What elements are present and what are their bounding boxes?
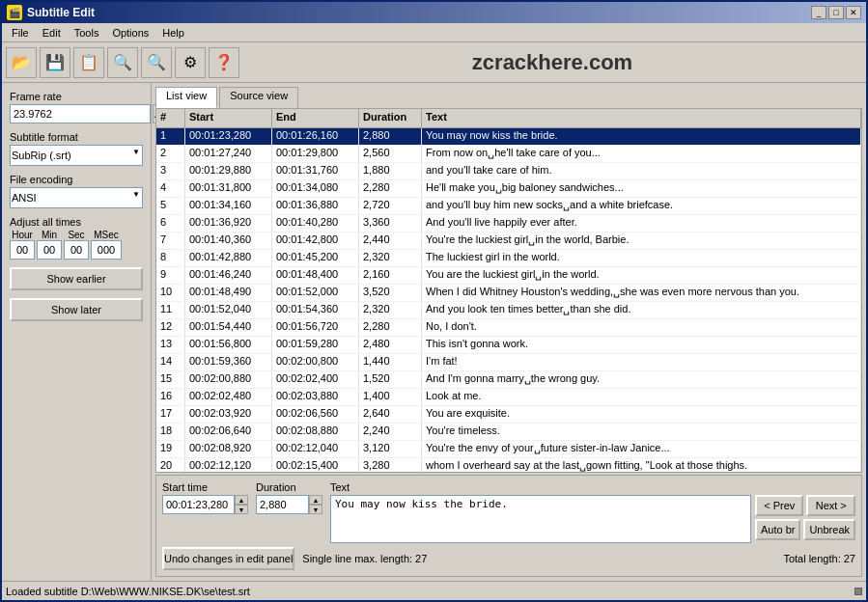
toolbar-save-button[interactable]: 💾 bbox=[40, 47, 70, 78]
cell-end: 00:01:42,800 bbox=[272, 233, 359, 249]
cell-num: 8 bbox=[156, 250, 185, 266]
cell-end: 00:02:15,400 bbox=[272, 458, 359, 472]
table-row[interactable]: 19 00:02:08,920 00:02:12,040 3,120 You'r… bbox=[156, 441, 861, 458]
duration-group: Duration ▲ ▼ bbox=[256, 481, 322, 514]
subtitle-format-wrapper: SubRip (.srt) bbox=[10, 145, 143, 166]
table-row[interactable]: 3 00:01:29,880 00:01:31,760 1,880 and yo… bbox=[156, 163, 861, 180]
file-encoding-wrapper: ANSI bbox=[10, 187, 143, 208]
toolbar-search2-button[interactable]: 🔍 bbox=[141, 47, 172, 78]
menu-file[interactable]: File bbox=[6, 25, 35, 41]
table-row[interactable]: 1 00:01:23,280 00:01:26,160 2,880 You ma… bbox=[156, 128, 861, 146]
cell-text: The luckiest girl in the world. bbox=[422, 250, 861, 266]
cell-start: 00:02:08,920 bbox=[185, 441, 272, 457]
menu-options[interactable]: Options bbox=[106, 25, 154, 41]
hour-input[interactable] bbox=[10, 240, 35, 260]
cell-end: 00:02:03,880 bbox=[272, 389, 359, 405]
col-header-end: End bbox=[272, 109, 359, 127]
show-later-button[interactable]: Show later bbox=[10, 298, 143, 321]
toolbar-settings-button[interactable]: ⚙ bbox=[175, 47, 206, 78]
toolbar-help-button[interactable]: ❓ bbox=[209, 47, 239, 78]
table-row[interactable]: 16 00:02:02,480 00:02:03,880 1,400 Look … bbox=[156, 389, 861, 406]
file-encoding-group: File encoding ANSI bbox=[10, 174, 143, 208]
min-input[interactable] bbox=[37, 240, 62, 260]
duration-up-button[interactable]: ▲ bbox=[309, 495, 322, 505]
file-encoding-select[interactable]: ANSI bbox=[10, 187, 143, 208]
cell-start: 00:01:34,160 bbox=[185, 198, 272, 214]
table-row[interactable]: 7 00:01:40,360 00:01:42,800 2,440 You're… bbox=[156, 233, 861, 250]
tab-list-view[interactable]: List view bbox=[155, 87, 217, 108]
right-panel: List view Source view # Start End Durati… bbox=[152, 83, 866, 581]
table-row[interactable]: 17 00:02:03,920 00:02:06,560 2,640 You a… bbox=[156, 406, 861, 424]
toolbar-title: zcrackhere.com bbox=[242, 50, 862, 75]
maximize-button[interactable]: □ bbox=[828, 6, 844, 19]
table-row[interactable]: 5 00:01:34,160 00:01:36,880 2,720 and yo… bbox=[156, 198, 861, 215]
table-row[interactable]: 12 00:01:54,440 00:01:56,720 2,280 No, I… bbox=[156, 319, 861, 337]
cell-duration: 2,720 bbox=[359, 198, 422, 214]
cell-duration: 3,360 bbox=[359, 215, 422, 232]
edit-action-buttons: < Prev Next > Auto br Unbreak bbox=[755, 495, 855, 543]
cell-text: and you'll buy him new socks␣and a white… bbox=[422, 198, 861, 214]
cell-num: 15 bbox=[156, 371, 185, 388]
sec-col: Sec bbox=[64, 230, 89, 260]
table-row[interactable]: 14 00:01:59,360 00:02:00,800 1,440 I'm f… bbox=[156, 354, 861, 371]
cell-duration: 1,520 bbox=[359, 371, 422, 388]
total-length-info: Total length: 27 bbox=[783, 553, 855, 564]
start-time-input[interactable] bbox=[162, 495, 235, 514]
sec-input[interactable] bbox=[64, 240, 89, 260]
cell-num: 12 bbox=[156, 319, 185, 336]
msec-input[interactable] bbox=[91, 240, 122, 260]
duration-input[interactable] bbox=[256, 495, 309, 514]
cell-duration: 1,400 bbox=[359, 389, 422, 405]
text-input[interactable] bbox=[330, 495, 751, 543]
table-row[interactable]: 10 00:01:48,490 00:01:52,000 3,520 When … bbox=[156, 285, 861, 302]
table-row[interactable]: 15 00:02:00,880 00:02:02,400 1,520 And I… bbox=[156, 371, 861, 389]
cell-text: He'll make you␣big baloney sandwiches... bbox=[422, 180, 861, 197]
table-row[interactable]: 20 00:02:12,120 00:02:15,400 3,280 whom … bbox=[156, 458, 861, 472]
unbreak-button[interactable]: Unbreak bbox=[803, 519, 855, 540]
table-row[interactable]: 8 00:01:42,880 00:01:45,200 2,320 The lu… bbox=[156, 250, 861, 267]
table-row[interactable]: 4 00:01:31,800 00:01:34,080 2,280 He'll … bbox=[156, 180, 861, 198]
menu-help[interactable]: Help bbox=[156, 25, 190, 41]
table-row[interactable]: 11 00:01:52,040 00:01:54,360 2,320 And y… bbox=[156, 302, 861, 319]
hour-col: Hour bbox=[10, 230, 35, 260]
cell-num: 6 bbox=[156, 215, 185, 232]
start-time-down-button[interactable]: ▼ bbox=[235, 505, 248, 514]
minimize-button[interactable]: _ bbox=[811, 6, 826, 19]
tab-source-view[interactable]: Source view bbox=[219, 87, 298, 108]
menu-tools[interactable]: Tools bbox=[69, 25, 105, 41]
cell-end: 00:01:36,880 bbox=[272, 198, 359, 214]
subtitle-format-select[interactable]: SubRip (.srt) bbox=[10, 145, 143, 166]
tabs-row: List view Source view bbox=[155, 87, 862, 108]
cell-end: 00:01:29,800 bbox=[272, 146, 359, 162]
table-scroll-area[interactable]: 1 00:01:23,280 00:01:26,160 2,880 You ma… bbox=[156, 128, 861, 472]
auto-br-button[interactable]: Auto br bbox=[755, 519, 800, 540]
next-button[interactable]: Next > bbox=[806, 495, 855, 516]
prev-button[interactable]: < Prev bbox=[755, 495, 804, 516]
cell-text: And you look ten times better␣than she d… bbox=[422, 302, 861, 318]
toolbar-open-button[interactable]: 📂 bbox=[6, 47, 37, 78]
undo-changes-button[interactable]: Undo changes in edit panel bbox=[162, 547, 294, 570]
col-header-text: Text bbox=[422, 109, 861, 127]
duration-down-button[interactable]: ▼ bbox=[309, 505, 322, 514]
table-header: # Start End Duration Text bbox=[156, 109, 861, 128]
cell-text: You're the luckiest girl␣in the world, B… bbox=[422, 233, 861, 249]
table-row[interactable]: 2 00:01:27,240 00:01:29,800 2,560 From n… bbox=[156, 146, 861, 163]
single-line-info: Single line max. length: 27 bbox=[302, 553, 427, 564]
table-row[interactable]: 18 00:02:06,640 00:02:08,880 2,240 You'r… bbox=[156, 424, 861, 441]
toolbar: 📂 💾 📋 🔍 🔍 ⚙ ❓ zcrackhere.com bbox=[2, 42, 866, 83]
cell-duration: 3,280 bbox=[359, 458, 422, 472]
start-time-spinner: ▲ ▼ bbox=[162, 495, 248, 514]
frame-rate-input[interactable] bbox=[10, 104, 151, 123]
show-earlier-button[interactable]: Show earlier bbox=[10, 267, 143, 290]
close-button[interactable]: ✕ bbox=[846, 6, 861, 19]
toolbar-search-button[interactable]: 🔍 bbox=[107, 47, 138, 78]
toolbar-clipboard-button[interactable]: 📋 bbox=[73, 47, 104, 78]
menubar: File Edit Tools Options Help bbox=[2, 23, 866, 42]
start-time-up-button[interactable]: ▲ bbox=[235, 495, 248, 505]
menu-edit[interactable]: Edit bbox=[37, 25, 67, 41]
table-row[interactable]: 9 00:01:46,240 00:01:48,400 2,160 You ar… bbox=[156, 267, 861, 285]
cell-start: 00:01:40,360 bbox=[185, 233, 272, 249]
cell-num: 19 bbox=[156, 441, 185, 457]
table-row[interactable]: 6 00:01:36,920 00:01:40,280 3,360 And yo… bbox=[156, 215, 861, 233]
table-row[interactable]: 13 00:01:56,800 00:01:59,280 2,480 This … bbox=[156, 337, 861, 354]
